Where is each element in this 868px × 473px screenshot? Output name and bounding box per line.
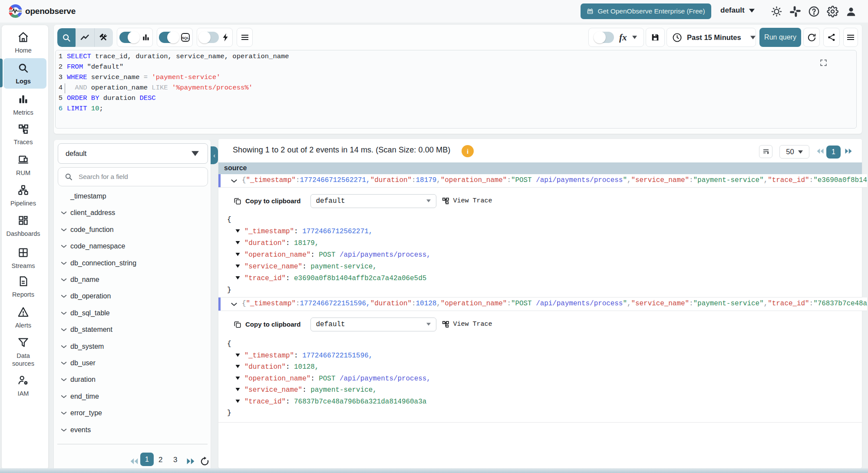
svg-text:SQL: SQL <box>182 36 189 40</box>
